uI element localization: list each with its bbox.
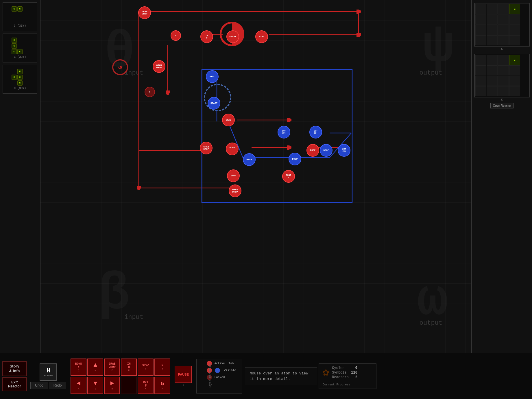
atom: C <box>17 75 23 80</box>
layer-active-label: Active <box>214 362 225 365</box>
btn-sync[interactable]: SYNC T <box>138 359 154 376</box>
story-info-section: Story& Info ExitReactor <box>1 361 27 391</box>
layer-dot-visible-blue <box>215 368 220 373</box>
reactor-2-label: C <box>474 98 530 101</box>
btn-h[interactable]: H Y <box>154 359 170 376</box>
node-grab-drop-2[interactable]: GRABDROP <box>153 60 165 73</box>
node-out-d-3[interactable]: OUT(D) <box>338 144 350 157</box>
btn-out-psi[interactable]: OUTψ F <box>138 377 154 394</box>
element-symbol: H <box>47 367 50 374</box>
btn-arrow-down[interactable]: ▼ S <box>87 377 103 394</box>
story-info-button[interactable]: Story& Info <box>2 361 27 376</box>
node-bond-minus-1[interactable]: BOND− <box>226 143 239 155</box>
node-sync-blue[interactable]: SYNC <box>206 70 219 83</box>
btn-rotate[interactable]: ↻ G <box>154 377 170 394</box>
atom: C <box>12 43 17 49</box>
node-drop-red-1[interactable]: DROP <box>227 169 240 182</box>
node-bond-minus-2[interactable]: BOND− <box>282 170 295 183</box>
watermark-psi: ψ <box>423 17 454 76</box>
btn-arrow-up[interactable]: ▲ W <box>87 359 103 376</box>
node-start-blue[interactable]: START <box>208 97 220 110</box>
layer-locked-label: Locked <box>214 376 225 379</box>
atom: C <box>12 49 17 54</box>
node-sync-red[interactable]: SYNC <box>255 30 268 43</box>
cycles-value: 0 <box>349 366 357 370</box>
output-label-top: output <box>420 69 442 77</box>
node-grab-drop-3[interactable]: GRABDROP <box>200 142 213 154</box>
reactors-value: 2 <box>349 375 357 379</box>
symbols-label: Symbols <box>332 371 346 375</box>
node-start-red[interactable]: START <box>226 30 239 43</box>
btn-empty <box>121 377 137 394</box>
btn-grab-drop[interactable]: GRABDROP E <box>104 359 120 376</box>
molecule-label-2: C (33%) <box>14 56 26 59</box>
info-panel: Mouse over an atom to view it in more de… <box>245 367 317 385</box>
atom: C <box>12 75 17 80</box>
left-panel: C C C (33%) C C C C C (33%) C <box>0 0 40 353</box>
stats-flower-icon: ✿ <box>322 367 329 378</box>
reactor-preview-1: C C <box>474 3 530 51</box>
molecule-display-3: C C C C C (33%) <box>3 65 37 94</box>
connector-lines <box>40 0 471 353</box>
pause-shortcut: K <box>183 384 184 387</box>
reactor-preview-2: C C <box>474 52 530 101</box>
pause-button[interactable]: PAUSE <box>175 366 192 383</box>
btn-bond-plus[interactable]: BOND+ Q <box>71 359 86 376</box>
node-in-alpha[interactable]: INα <box>200 30 213 43</box>
input-label-bottom: input <box>124 314 143 321</box>
node-c-1[interactable]: C <box>171 30 181 41</box>
bottom-toolbar: Story& Info ExitReactor H HYDROGEN Undo … <box>0 353 532 399</box>
node-out-d-2[interactable]: OUT(D) <box>309 126 322 138</box>
undo-button[interactable]: Undo <box>30 382 48 389</box>
node-drop-red-2[interactable]: DROP <box>306 144 319 157</box>
reactors-label: Reactors <box>332 375 349 379</box>
info-text: Mouse over an atom to view it in more de… <box>250 371 308 381</box>
stats-panel: ✿ Cycles 0 Symbols 116 Reactors 2 Curren… <box>319 363 376 389</box>
molecule-label-3: C (33%) <box>14 87 26 90</box>
cycles-label: Cycles <box>332 366 344 370</box>
atom: C <box>17 6 23 12</box>
right-panel: C C C <box>471 0 532 353</box>
current-progress-label: Current Progress <box>322 382 373 386</box>
btn-arrow-left[interactable]: ◄ A <box>71 377 86 394</box>
reactor-1-label: C <box>474 47 530 51</box>
node-grab-red[interactable]: GRAB <box>222 114 235 126</box>
molecule-display-1: C C C (33%) <box>3 2 37 31</box>
atom: C <box>12 38 17 43</box>
node-c-dark[interactable]: C <box>145 87 155 97</box>
node-drop-blue-2[interactable]: DROP <box>320 144 332 157</box>
node-grab-blue[interactable]: GRAB <box>243 153 256 166</box>
layer-tab-label: Tab <box>228 362 234 365</box>
node-drop-blue-1[interactable]: DROP <box>289 153 301 165</box>
molecule-label-1: C (33%) <box>14 24 26 27</box>
node-grab-drop-1[interactable]: GRABDROP <box>138 6 151 19</box>
redo-button[interactable]: Redo <box>49 382 66 389</box>
node-grab-drop-4[interactable]: GRABDROP <box>229 184 241 197</box>
element-name: HYDROGEN <box>43 374 53 377</box>
layer-visible-label: Visible <box>224 369 236 372</box>
symbols-value: 116 <box>349 371 357 375</box>
game-canvas[interactable]: θ ψ β ω input output input output <box>40 0 471 353</box>
atom: C <box>17 49 23 54</box>
open-reactor-button[interactable]: Open Reactor <box>490 103 513 108</box>
btn-in-alpha[interactable]: INα R <box>121 359 137 376</box>
rotate-red-left: ↺ <box>112 59 128 75</box>
atom: C <box>12 6 17 12</box>
atom: C <box>17 80 23 86</box>
layer-controls-panel: Layer Controls Active Tab Visible Locked <box>196 359 242 394</box>
node-out-d-1[interactable]: OUT(D) <box>278 126 290 138</box>
molecule-display-2: C C C C C (33%) <box>3 34 37 62</box>
output-label-bottom: output <box>420 319 442 327</box>
layer-controls-title: Layer Controls <box>209 364 212 388</box>
exit-reactor-button[interactable]: ExitReactor <box>2 377 27 391</box>
element-display: H HYDROGEN <box>40 363 57 381</box>
btn-arrow-right[interactable]: ► D <box>104 377 120 394</box>
atom: C <box>17 69 23 74</box>
